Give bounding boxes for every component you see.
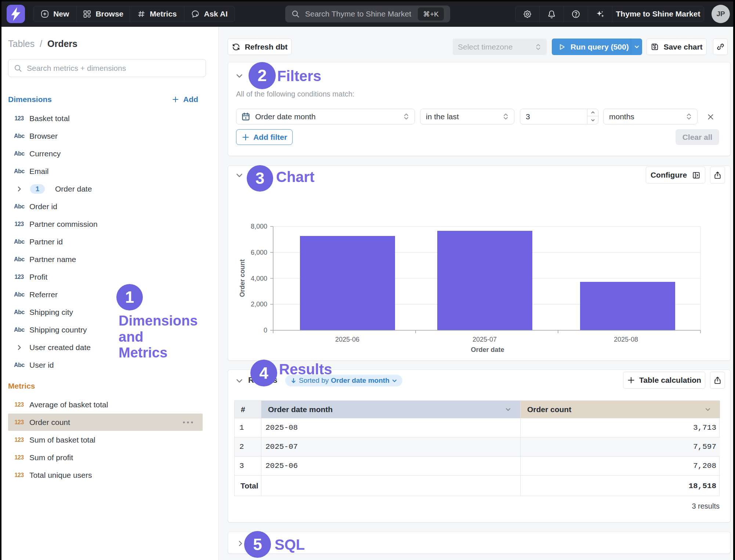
svg-text:4,000: 4,000 <box>251 275 267 282</box>
svg-text:Order count: Order count <box>239 259 246 297</box>
svg-text:2025-07: 2025-07 <box>472 336 497 343</box>
svg-text:6,000: 6,000 <box>251 249 267 256</box>
svg-text:2025-06: 2025-06 <box>335 336 359 343</box>
svg-text:2,000: 2,000 <box>251 301 267 308</box>
svg-text:0: 0 <box>264 327 267 334</box>
svg-text:Order date: Order date <box>471 346 504 353</box>
svg-text:2025-08: 2025-08 <box>614 336 638 343</box>
svg-text:8,000: 8,000 <box>251 223 267 230</box>
